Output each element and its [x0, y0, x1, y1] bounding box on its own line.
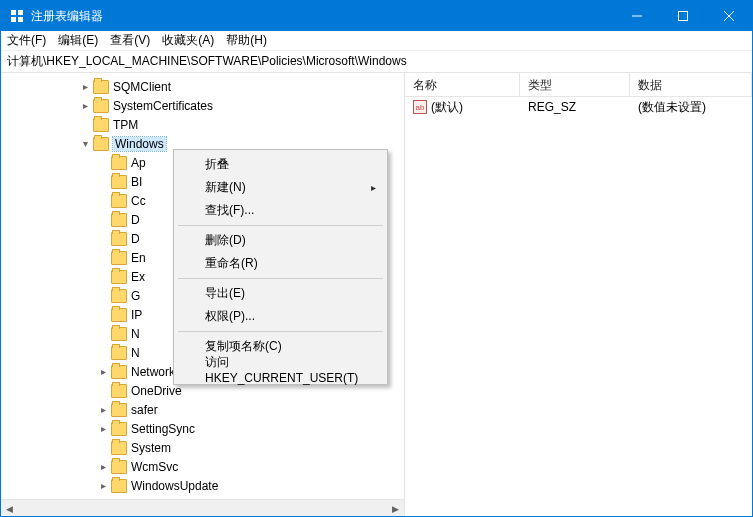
value-data-cell: (数值未设置): [630, 99, 752, 116]
address-bar[interactable]: 计算机\HKEY_LOCAL_MACHINE\SOFTWARE\Policies…: [1, 51, 752, 73]
ctx-goto-hkcu[interactable]: 访问 HKEY_CURRENT_USER(T): [177, 358, 384, 381]
tree-item-windowsupdate[interactable]: ▸WindowsUpdate: [1, 476, 404, 495]
ctx-find[interactable]: 查找(F)...: [177, 199, 384, 222]
ctx-separator: [178, 278, 383, 279]
ctx-permissions[interactable]: 权限(P)...: [177, 305, 384, 328]
folder-icon: [111, 289, 127, 303]
menu-help[interactable]: 帮助(H): [226, 32, 267, 49]
folder-icon: [111, 270, 127, 284]
folder-icon: [111, 441, 127, 455]
folder-icon: [111, 403, 127, 417]
title-bar: 注册表编辑器: [1, 1, 752, 31]
ctx-export[interactable]: 导出(E): [177, 282, 384, 305]
regedit-icon: [9, 8, 25, 24]
close-button[interactable]: [706, 1, 752, 31]
ctx-separator: [178, 225, 383, 226]
values-pane: 名称 类型 数据 ab (默认) REG_SZ (数值未设置): [405, 73, 752, 516]
svg-rect-3: [18, 17, 23, 22]
tree-item-system[interactable]: ▸System: [1, 438, 404, 457]
tree-item-systemcertificates[interactable]: ▸SystemCertificates: [1, 96, 404, 115]
tree-item-safer[interactable]: ▸safer: [1, 400, 404, 419]
folder-icon: [93, 137, 109, 151]
submenu-arrow-icon: ▸: [371, 182, 376, 193]
window-controls: [614, 1, 752, 31]
menu-edit[interactable]: 编辑(E): [58, 32, 98, 49]
folder-icon: [93, 99, 109, 113]
string-value-icon: ab: [413, 100, 427, 114]
ctx-rename[interactable]: 重命名(R): [177, 252, 384, 275]
folder-icon: [111, 251, 127, 265]
col-name[interactable]: 名称: [405, 73, 520, 96]
col-type[interactable]: 类型: [520, 73, 630, 96]
folder-icon: [111, 384, 127, 398]
folder-icon: [111, 365, 127, 379]
scroll-left-icon[interactable]: ◀: [1, 500, 18, 516]
folder-icon: [111, 327, 127, 341]
menu-bar: 文件(F) 编辑(E) 查看(V) 收藏夹(A) 帮助(H): [1, 31, 752, 51]
ctx-collapse[interactable]: 折叠: [177, 153, 384, 176]
folder-icon: [111, 213, 127, 227]
tree-item-settingsync[interactable]: ▸SettingSync: [1, 419, 404, 438]
folder-icon: [111, 479, 127, 493]
value-name-cell: ab (默认): [405, 99, 520, 116]
tree-item-sqmclient[interactable]: ▸SQMClient: [1, 77, 404, 96]
tree-item-wcmsvc[interactable]: ▸WcmSvc: [1, 457, 404, 476]
svg-rect-5: [679, 12, 688, 21]
menu-view[interactable]: 查看(V): [110, 32, 150, 49]
context-menu: 折叠 新建(N)▸ 查找(F)... 删除(D) 重命名(R) 导出(E) 权限…: [173, 149, 388, 385]
folder-icon: [111, 460, 127, 474]
folder-icon: [111, 346, 127, 360]
folder-icon: [93, 80, 109, 94]
svg-rect-0: [11, 10, 16, 15]
minimize-button[interactable]: [614, 1, 660, 31]
workspace: ▸SQMClient ▸SystemCertificates ▸TPM ▾Win…: [1, 73, 752, 516]
svg-rect-1: [18, 10, 23, 15]
svg-rect-2: [11, 17, 16, 22]
ctx-new[interactable]: 新建(N)▸: [177, 176, 384, 199]
folder-icon: [111, 156, 127, 170]
window-title: 注册表编辑器: [31, 8, 614, 25]
col-data[interactable]: 数据: [630, 73, 752, 96]
tree-horizontal-scrollbar[interactable]: ◀ ▶: [1, 499, 404, 516]
value-row-default[interactable]: ab (默认) REG_SZ (数值未设置): [405, 97, 752, 117]
address-text: 计算机\HKEY_LOCAL_MACHINE\SOFTWARE\Policies…: [7, 53, 407, 70]
values-header: 名称 类型 数据: [405, 73, 752, 97]
value-type-cell: REG_SZ: [520, 100, 630, 114]
menu-file[interactable]: 文件(F): [7, 32, 46, 49]
folder-icon: [111, 308, 127, 322]
tree-pane: ▸SQMClient ▸SystemCertificates ▸TPM ▾Win…: [1, 73, 405, 516]
folder-icon: [111, 422, 127, 436]
folder-icon: [111, 194, 127, 208]
menu-favorites[interactable]: 收藏夹(A): [162, 32, 214, 49]
scroll-right-icon[interactable]: ▶: [387, 500, 404, 516]
folder-icon: [93, 118, 109, 132]
folder-icon: [111, 232, 127, 246]
maximize-button[interactable]: [660, 1, 706, 31]
ctx-separator: [178, 331, 383, 332]
tree-item-tpm[interactable]: ▸TPM: [1, 115, 404, 134]
ctx-delete[interactable]: 删除(D): [177, 229, 384, 252]
folder-icon: [111, 175, 127, 189]
